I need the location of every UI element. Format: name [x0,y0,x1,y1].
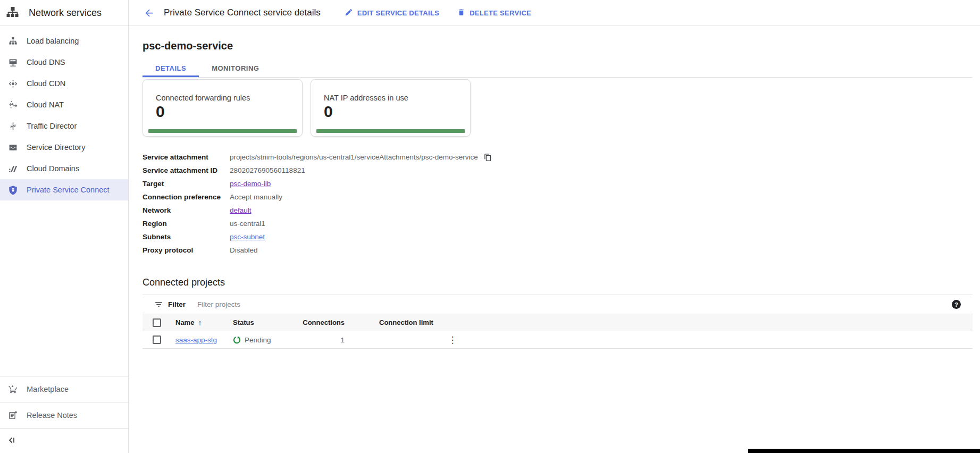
column-header-name[interactable]: Name [175,318,194,326]
detail-label: Proxy protocol [143,246,230,254]
filter-icon [154,300,163,309]
sidebar-item-label: Load balancing [27,37,79,45]
detail-value: Disabled [230,246,258,254]
select-all-checkbox[interactable] [153,318,161,327]
delete-button-label: DELETE SERVICE [470,9,531,17]
sidebar-footer: Marketplace Release Notes [0,376,128,453]
connections-value: 1 [297,336,345,344]
back-arrow-icon[interactable] [143,6,155,19]
sidebar-item-private-service-connect[interactable]: Private Service Connect [0,179,128,200]
detail-row: Service attachment ID 280202769056011882… [143,164,973,177]
column-header-connection-limit[interactable]: Connection limit [379,318,443,326]
content-area: psc-demo-service DETAILS MONITORING Conn… [129,26,980,453]
column-header-status[interactable]: Status [233,318,297,326]
tab-details[interactable]: DETAILS [143,59,199,77]
sidebar-item-release-notes[interactable]: Release Notes [0,402,128,428]
sidebar: Network services Load balancing Cloud DN… [0,0,129,453]
service-directory-icon [7,142,18,153]
network-services-icon [5,6,21,20]
sidebar-item-label: Cloud DNS [27,58,65,66]
detail-row: Network default [143,204,973,217]
detail-label: Region [143,220,230,228]
cart-icon [7,384,18,395]
target-link[interactable]: psc-demo-ilb [230,180,271,188]
sidebar-item-load-balancing[interactable]: Load balancing [0,30,128,52]
detail-value: us-central1 [230,220,265,228]
column-header-connections[interactable]: Connections [297,318,345,326]
sidebar-item-marketplace[interactable]: Marketplace [0,376,128,402]
filter-projects-input[interactable] [197,300,952,308]
card-label: Connected forwarding rules [156,94,289,102]
network-link[interactable]: default [230,206,252,214]
summary-cards: Connected forwarding rules 0 NAT IP addr… [143,79,973,137]
sidebar-item-label: Cloud Domains [27,164,79,173]
sidebar-item-cloud-cdn[interactable]: Cloud CDN [0,73,128,94]
cloud-domains-icon [7,163,18,174]
card-label: NAT IP addresses in use [324,94,457,102]
subnet-link[interactable]: psc-subnet [230,233,265,241]
sidebar-item-cloud-domains[interactable]: Cloud Domains [0,158,128,179]
pencil-icon [345,8,353,18]
table-row: saas-app-stg Pending 1 ⋮ [143,331,973,349]
sidebar-header: Network services [0,0,128,26]
nat-ip-addresses-card: NAT IP addresses in use 0 [311,79,471,137]
detail-label: Service attachment ID [143,166,230,174]
project-name-link[interactable]: saas-app-stg [175,336,217,344]
filter-bar: Filter ? [143,295,973,314]
load-balancing-icon [7,36,18,46]
app-bar: Private Service Connect service details … [129,0,980,26]
detail-label: Connection preference [143,193,230,201]
detail-row: Service attachment projects/striim-tools… [143,150,973,164]
connected-forwarding-rules-card: Connected forwarding rules 0 [143,79,303,137]
card-sparkline [148,129,297,133]
sidebar-item-cloud-dns[interactable]: Cloud DNS [0,52,128,73]
sidebar-item-label: Cloud NAT [27,100,64,109]
filter-label: Filter [168,300,186,308]
row-kebab-menu-icon[interactable]: ⋮ [447,335,458,345]
detail-label: Service attachment [143,153,230,161]
card-sparkline [316,129,465,133]
sidebar-item-label: Cloud CDN [27,79,65,88]
tab-bar: DETAILS MONITORING [143,59,973,78]
traffic-director-icon [7,121,18,131]
connected-projects-section: Filter ? Name ↑ Status Connections Conne… [143,295,973,349]
collapse-sidebar-icon[interactable] [7,436,17,446]
black-overlay-bar [748,449,980,453]
edit-button-label: EDIT SERVICE DETAILS [357,9,439,17]
connected-projects-heading: Connected projects [143,277,973,288]
app-window: Network services Load balancing Cloud DN… [0,0,980,453]
sidebar-item-traffic-director[interactable]: Traffic Director [0,115,128,137]
table-header-row: Name ↑ Status Connections Connection lim… [143,314,973,331]
service-details-list: Service attachment projects/striim-tools… [143,150,973,257]
help-icon[interactable]: ? [952,300,961,309]
delete-service-button[interactable]: DELETE SERVICE [457,8,531,18]
sidebar-item-label: Release Notes [27,411,77,420]
shield-lock-icon [7,184,18,195]
service-name-heading: psc-demo-service [143,39,973,53]
detail-label: Network [143,206,230,214]
appbar-actions: EDIT SERVICE DETAILS DELETE SERVICE [345,8,531,18]
sidebar-item-cloud-nat[interactable]: Cloud NAT [0,94,128,115]
detail-row: Subnets psc-subnet [143,230,973,244]
detail-label: Target [143,180,230,188]
edit-service-details-button[interactable]: EDIT SERVICE DETAILS [345,8,439,18]
cloud-dns-icon [7,57,18,68]
row-checkbox[interactable] [153,335,161,344]
detail-value: Accept manually [230,193,282,201]
copy-icon[interactable] [483,153,492,162]
detail-value: 2802027690560118821 [230,166,305,174]
cloud-nat-icon [7,99,18,110]
main-column: Private Service Connect service details … [129,0,980,453]
tab-monitoring[interactable]: MONITORING [199,59,272,77]
sidebar-item-service-directory[interactable]: Service Directory [0,137,128,158]
card-value: 0 [156,103,289,121]
trash-icon [457,8,465,18]
detail-row: Connection preference Accept manually [143,190,973,204]
sidebar-item-label: Traffic Director [27,122,77,130]
release-notes-icon [7,410,18,421]
sort-ascending-icon[interactable]: ↑ [198,318,202,327]
sidebar-item-label: Private Service Connect [27,186,110,194]
app-title: Network services [29,7,102,19]
card-value: 0 [324,103,457,121]
sidebar-item-label: Service Directory [27,143,85,152]
